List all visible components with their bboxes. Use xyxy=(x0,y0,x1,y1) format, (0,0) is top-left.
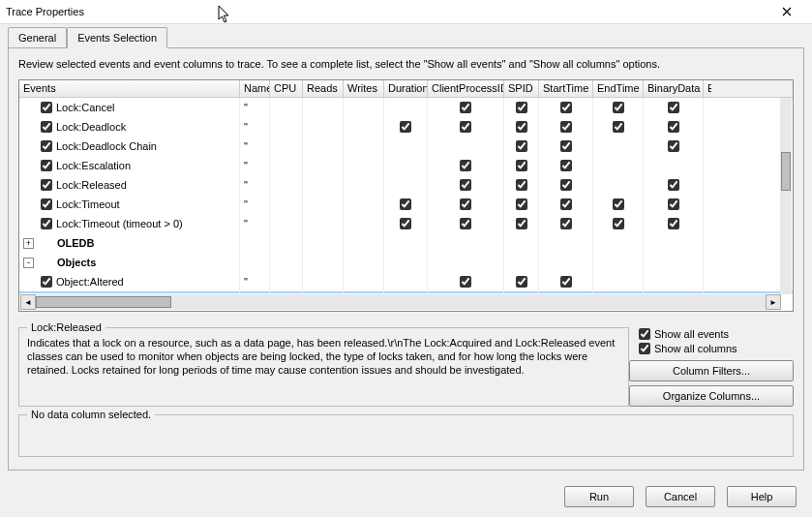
column-checkbox[interactable] xyxy=(516,160,527,171)
grid-cell[interactable] xyxy=(704,195,711,214)
events-grid[interactable]: EventsNameCPUReadsWritesDurationClientPr… xyxy=(18,79,794,312)
grid-cell[interactable] xyxy=(270,214,303,233)
grid-cell[interactable]: Lock:Deadlock Chain xyxy=(19,137,240,156)
column-checkbox[interactable] xyxy=(560,276,572,288)
grid-cell[interactable] xyxy=(704,272,711,291)
event-row[interactable]: Lock:Escalation" xyxy=(19,156,793,175)
grid-cell[interactable] xyxy=(384,233,428,253)
grid-cell[interactable] xyxy=(303,98,344,117)
column-checkbox[interactable] xyxy=(560,218,572,229)
grid-cell[interactable] xyxy=(644,214,704,233)
column-checkbox[interactable] xyxy=(460,179,471,191)
column-checkbox[interactable] xyxy=(460,218,471,229)
event-checkbox[interactable] xyxy=(41,198,52,210)
column-checkbox[interactable] xyxy=(400,198,411,210)
grid-cell[interactable] xyxy=(504,156,539,175)
event-row[interactable]: Object:Altered" xyxy=(19,272,793,291)
event-checkbox[interactable] xyxy=(41,218,52,229)
run-button[interactable]: Run xyxy=(564,486,634,507)
grid-cell[interactable]: Object:Created xyxy=(19,291,240,293)
grid-cell[interactable] xyxy=(504,272,539,291)
grid-cell[interactable] xyxy=(384,175,428,195)
grid-column-header[interactable]: StartTime xyxy=(539,80,593,97)
grid-cell[interactable] xyxy=(344,175,384,195)
grid-cell[interactable] xyxy=(539,291,593,293)
grid-cell[interactable]: " xyxy=(240,214,270,233)
grid-cell[interactable] xyxy=(428,175,504,195)
grid-cell[interactable] xyxy=(593,98,644,117)
show-all-events-checkbox[interactable] xyxy=(639,328,650,340)
grid-cell[interactable] xyxy=(428,137,504,156)
column-checkbox[interactable] xyxy=(613,198,624,210)
event-checkbox[interactable] xyxy=(41,276,52,288)
column-checkbox[interactable] xyxy=(516,276,527,288)
grid-cell[interactable] xyxy=(704,98,711,117)
grid-cell[interactable] xyxy=(704,156,711,175)
grid-cell[interactable] xyxy=(539,195,593,214)
grid-cell[interactable] xyxy=(644,137,704,156)
grid-cell[interactable]: -Objects xyxy=(19,253,240,272)
grid-body[interactable]: Lock:Cancel" Lock:Deadlock" Lock:Deadloc… xyxy=(19,98,793,293)
grid-column-header[interactable]: SPID xyxy=(504,80,539,97)
event-checkbox[interactable] xyxy=(41,179,52,191)
grid-cell[interactable] xyxy=(504,291,539,293)
grid-cell[interactable] xyxy=(593,175,644,195)
event-row[interactable]: Lock:Timeout" xyxy=(19,195,793,214)
grid-cell[interactable] xyxy=(303,214,344,233)
vertical-scrollbar[interactable] xyxy=(780,98,792,294)
column-checkbox[interactable] xyxy=(516,218,527,229)
cancel-button[interactable]: Cancel xyxy=(646,486,715,507)
event-row[interactable]: Object:Created" xyxy=(19,291,793,293)
grid-cell[interactable] xyxy=(344,291,384,293)
show-all-columns-checkbox[interactable] xyxy=(639,343,650,354)
tree-toggle[interactable]: + xyxy=(23,238,34,249)
grid-cell[interactable] xyxy=(593,195,644,214)
grid-cell[interactable] xyxy=(240,233,270,253)
grid-cell[interactable] xyxy=(539,214,593,233)
column-checkbox[interactable] xyxy=(460,121,471,133)
grid-cell[interactable] xyxy=(704,214,711,233)
grid-cell[interactable] xyxy=(704,175,711,195)
grid-cell[interactable] xyxy=(428,117,504,137)
column-checkbox[interactable] xyxy=(613,218,624,229)
group-row[interactable]: +OLEDB xyxy=(19,233,793,253)
grid-cell[interactable] xyxy=(539,98,593,117)
grid-cell[interactable]: Lock:Released xyxy=(19,175,240,195)
grid-cell[interactable] xyxy=(504,175,539,195)
horizontal-scrollbar[interactable]: ◄ ► xyxy=(20,294,781,310)
column-checkbox[interactable] xyxy=(516,121,527,133)
grid-cell[interactable] xyxy=(593,291,644,293)
column-checkbox[interactable] xyxy=(400,121,411,133)
column-checkbox[interactable] xyxy=(668,179,679,191)
grid-cell[interactable] xyxy=(384,117,428,137)
grid-cell[interactable] xyxy=(344,98,384,117)
grid-cell[interactable] xyxy=(539,156,593,175)
column-checkbox[interactable] xyxy=(400,218,411,229)
grid-cell[interactable]: " xyxy=(240,291,270,293)
column-checkbox[interactable] xyxy=(560,160,572,171)
event-checkbox[interactable] xyxy=(41,140,52,152)
column-checkbox[interactable] xyxy=(460,276,471,288)
grid-cell[interactable] xyxy=(270,117,303,137)
event-row[interactable]: Lock:Deadlock Chain" xyxy=(19,137,793,156)
column-checkbox[interactable] xyxy=(460,160,471,171)
hscroll-thumb[interactable] xyxy=(36,296,171,308)
grid-column-header[interactable]: Reads xyxy=(303,80,344,97)
grid-cell[interactable]: " xyxy=(240,117,270,137)
grid-cell[interactable] xyxy=(428,291,504,293)
grid-cell[interactable] xyxy=(270,195,303,214)
grid-cell[interactable] xyxy=(644,272,704,291)
column-checkbox[interactable] xyxy=(668,140,679,152)
column-checkbox[interactable] xyxy=(560,121,572,133)
scroll-left-button[interactable]: ◄ xyxy=(20,294,36,310)
grid-cell[interactable] xyxy=(644,117,704,137)
grid-cell[interactable] xyxy=(384,156,428,175)
tree-toggle[interactable]: - xyxy=(23,258,34,268)
help-button[interactable]: Help xyxy=(727,486,797,507)
grid-cell[interactable] xyxy=(270,137,303,156)
grid-cell[interactable]: " xyxy=(240,272,270,291)
grid-cell[interactable] xyxy=(428,195,504,214)
grid-cell[interactable] xyxy=(270,98,303,117)
column-checkbox[interactable] xyxy=(516,198,527,210)
event-row[interactable]: Lock:Cancel" xyxy=(19,98,793,117)
